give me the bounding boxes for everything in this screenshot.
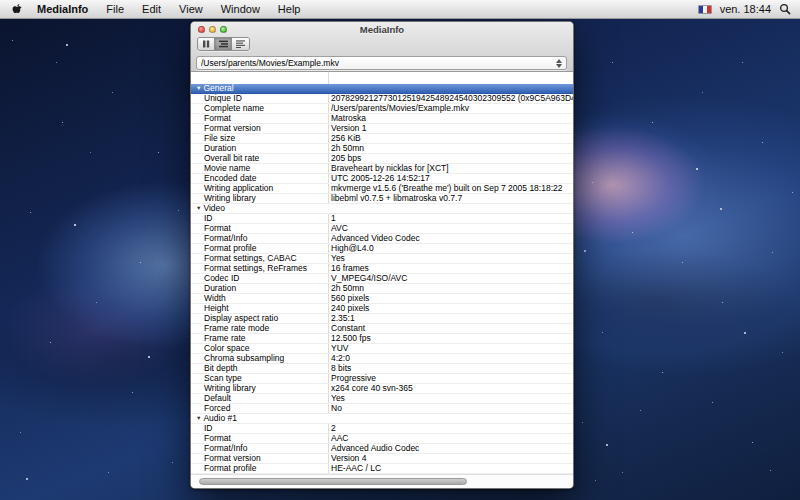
section-title: General — [203, 84, 233, 93]
row-value: No — [328, 404, 573, 413]
table-row[interactable]: Unique ID2078299212773012519425489245403… — [191, 94, 573, 104]
table-row[interactable]: Format profileHigh@L4.0 — [191, 244, 573, 254]
row-value: 2 — [328, 424, 573, 433]
row-label: Format version — [191, 124, 328, 133]
dropdown-stepper-icon — [552, 59, 562, 68]
menu-item-view[interactable]: View — [170, 0, 212, 19]
disclosure-triangle-icon[interactable]: ▼ — [196, 204, 201, 213]
columns-view-button[interactable] — [198, 38, 215, 50]
row-label: Default — [191, 394, 328, 403]
section-title: Video — [203, 204, 225, 213]
table-row[interactable]: Writing librarylibebml v0.7.5 + libmatro… — [191, 194, 573, 204]
table-row[interactable]: Encoded dateUTC 2005-12-26 14:52:17 — [191, 174, 573, 184]
row-label: File size — [191, 134, 328, 143]
table-row[interactable]: Frame rate12.500 fps — [191, 334, 573, 344]
table-row[interactable]: Format settings, CABACYes — [191, 254, 573, 264]
row-label: Height — [191, 304, 328, 313]
row-value: 256 KiB — [328, 134, 573, 143]
table-row[interactable]: Frame rate modeConstant — [191, 324, 573, 334]
table-row[interactable]: Format settings, ReFrames16 frames — [191, 264, 573, 274]
text-view-button[interactable] — [232, 38, 249, 50]
menu-item-edit[interactable]: Edit — [133, 0, 170, 19]
horizontal-scrollbar-thumb[interactable] — [199, 478, 467, 485]
row-value: libebml v0.7.5 + libmatroska v0.7.7 — [328, 194, 573, 203]
row-value: 205 bps — [328, 154, 573, 163]
row-value: 2.35:1 — [328, 314, 573, 323]
table-row[interactable]: Overall bit rate205 bps — [191, 154, 573, 164]
row-label: Writing library — [191, 194, 328, 203]
table-row[interactable]: Writing applicationmkvmerge v1.5.6 ('Bre… — [191, 184, 573, 194]
row-value: High@L4.0 — [328, 244, 573, 253]
section-header[interactable]: ▼General — [191, 84, 573, 94]
table-row[interactable]: Format versionVersion 1 — [191, 124, 573, 134]
table-row[interactable]: Format versionVersion 4 — [191, 454, 573, 464]
section-header[interactable]: ▼Video — [191, 204, 573, 214]
row-value: Advanced Audio Codec — [328, 444, 573, 453]
table-row[interactable]: ID2 — [191, 424, 573, 434]
row-label: Writing library — [191, 384, 328, 393]
row-value: Advanced Video Codec — [328, 234, 573, 243]
row-label: ID — [191, 214, 328, 223]
disclosure-triangle-icon[interactable]: ▼ — [196, 84, 201, 93]
row-value: 2h 50mn — [328, 284, 573, 293]
mediainfo-window: MediaInfo /Users/parents/Movies/Example.… — [190, 21, 574, 489]
menu-item-window[interactable]: Window — [212, 0, 269, 19]
table-row[interactable]: Color spaceYUV — [191, 344, 573, 354]
row-label: Movie name — [191, 164, 328, 173]
table-row[interactable]: ForcedNo — [191, 404, 573, 414]
row-value: 207829921277301251942548924540302309552 … — [328, 94, 573, 103]
table-row[interactable]: Codec IDV_MPEG4/ISO/AVC — [191, 274, 573, 284]
table-row[interactable]: Movie nameBraveheart by nicklas for [XCT… — [191, 164, 573, 174]
row-label: Format version — [191, 454, 328, 463]
menu-bar-clock[interactable]: ven. 18:44 — [720, 3, 771, 15]
table-row[interactable]: Height240 pixels — [191, 304, 573, 314]
table-row[interactable]: FormatMatroska — [191, 114, 573, 124]
info-table: ▼GeneralUnique ID20782992127730125194254… — [191, 84, 573, 474]
row-label: Duration — [191, 284, 328, 293]
spotlight-icon[interactable] — [779, 3, 791, 15]
table-row[interactable]: Duration2h 50mn — [191, 144, 573, 154]
input-language-flag-icon[interactable] — [698, 5, 712, 14]
row-value: Yes — [328, 254, 573, 263]
row-value: 16 frames — [328, 264, 573, 273]
row-label: Format — [191, 434, 328, 443]
row-value: Yes — [328, 394, 573, 403]
table-row[interactable]: FormatAVC — [191, 224, 573, 234]
table-row[interactable]: Format/InfoAdvanced Video Codec — [191, 234, 573, 244]
menu-item-app[interactable]: MediaInfo — [28, 0, 97, 19]
horizontal-scrollbar-track[interactable] — [191, 474, 573, 488]
disclosure-triangle-icon[interactable]: ▼ — [196, 414, 201, 423]
tree-view-button[interactable] — [215, 38, 232, 50]
row-label: Width — [191, 294, 328, 303]
table-row[interactable]: Format/InfoAdvanced Audio Codec — [191, 444, 573, 454]
table-row[interactable]: Complete name/Users/parents/Movies/Examp… — [191, 104, 573, 114]
row-value: 1 — [328, 214, 573, 223]
table-row[interactable]: Format profileHE-AAC / LC — [191, 464, 573, 474]
row-label: Forced — [191, 404, 328, 413]
table-row[interactable]: File size256 KiB — [191, 134, 573, 144]
menu-item-help[interactable]: Help — [269, 0, 310, 19]
menu-item-file[interactable]: File — [97, 0, 133, 19]
row-label: Frame rate mode — [191, 324, 328, 333]
table-row[interactable]: DefaultYes — [191, 394, 573, 404]
table-row[interactable]: ID1 — [191, 214, 573, 224]
row-label: Writing application — [191, 184, 328, 193]
table-row[interactable]: FormatAAC — [191, 434, 573, 444]
section-title: Audio #1 — [203, 414, 237, 423]
table-row[interactable]: Width560 pixels — [191, 294, 573, 304]
table-row[interactable]: Bit depth8 bits — [191, 364, 573, 374]
row-value: Matroska — [328, 114, 573, 123]
row-label: Scan type — [191, 374, 328, 383]
file-path-dropdown[interactable]: /Users/parents/Movies/Example.mkv — [196, 56, 567, 70]
table-row[interactable]: Scan typeProgressive — [191, 374, 573, 384]
tree-view-icon — [219, 40, 228, 48]
row-value: Constant — [328, 324, 573, 333]
table-row[interactable]: Writing libraryx264 core 40 svn-365 — [191, 384, 573, 394]
row-label: Display aspect ratio — [191, 314, 328, 323]
apple-menu-icon[interactable] — [9, 3, 28, 16]
section-header[interactable]: ▼Audio #1 — [191, 414, 573, 424]
window-titlebar[interactable]: MediaInfo /Users/parents/Movies/Example.… — [191, 22, 573, 72]
table-row[interactable]: Display aspect ratio2.35:1 — [191, 314, 573, 324]
table-row[interactable]: Chroma subsampling4:2:0 — [191, 354, 573, 364]
table-row[interactable]: Duration2h 50mn — [191, 284, 573, 294]
